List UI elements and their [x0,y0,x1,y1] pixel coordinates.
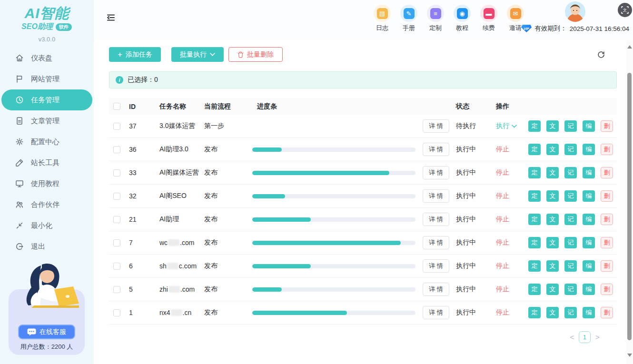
record-button[interactable]: 记 [564,214,577,225]
sidebar-item-gear[interactable]: 配置中心 [1,131,92,152]
detail-button[interactable]: 详 情 [423,283,449,296]
delete-button[interactable]: 删 [601,214,613,225]
row-action-link[interactable]: 停止 [496,238,523,247]
scrollbar-thumb[interactable] [627,73,632,340]
delete-button[interactable]: 删 [601,307,613,318]
delete-button[interactable]: 删 [601,144,613,155]
row-action-link[interactable]: 执行 [496,122,523,130]
next-page-icon[interactable]: > [595,333,600,342]
schedule-button[interactable]: 定 [528,120,541,132]
record-button[interactable]: 记 [564,284,577,295]
article-button[interactable]: 文 [546,307,559,318]
detail-button[interactable]: 详 情 [423,306,449,319]
article-button[interactable]: 文 [546,190,559,202]
row-checkbox[interactable] [113,263,120,270]
edit-button[interactable]: 编 [583,214,595,225]
avatar[interactable] [565,1,585,22]
page-number[interactable]: 1 [579,331,591,343]
batch-execute-button[interactable]: 批量执行 [171,47,224,62]
row-action-link[interactable]: 停止 [496,308,523,317]
edit-button[interactable]: 编 [583,260,595,272]
article-button[interactable]: 文 [546,167,559,178]
row-action-link[interactable]: 停止 [496,285,523,294]
article-button[interactable]: 文 [546,214,559,225]
row-checkbox[interactable] [113,286,120,293]
schedule-button[interactable]: 定 [528,260,541,272]
shortcut-manual[interactable]: ✎ 手册 [396,5,422,32]
row-action-link[interactable]: 停止 [496,145,523,154]
article-button[interactable]: 文 [546,120,559,132]
delete-button[interactable]: 删 [601,120,613,132]
record-button[interactable]: 记 [564,190,577,202]
detail-button[interactable]: 详 情 [423,213,449,226]
row-action-link[interactable]: 停止 [496,215,523,224]
scroll-down-arrow[interactable] [627,354,632,357]
row-action-link[interactable]: 停止 [496,168,523,177]
row-action-link[interactable]: 停止 [496,262,523,270]
sidebar-item-flag[interactable]: 网站管理 [1,69,92,89]
edit-button[interactable]: 编 [583,120,595,132]
schedule-button[interactable]: 定 [528,284,541,295]
delete-button[interactable]: 删 [601,167,613,178]
delete-button[interactable]: 删 [601,284,613,295]
edit-button[interactable]: 编 [583,284,595,295]
sidebar-item-people[interactable]: 合作伙伴 [1,194,92,215]
schedule-button[interactable]: 定 [528,307,541,318]
edit-button[interactable]: 编 [583,307,595,318]
sidebar-item-pen[interactable]: 站长工具 [1,152,92,173]
detail-button[interactable]: 详 情 [423,119,449,133]
shortcut-tutorial[interactable]: ◉ 教程 [449,5,475,32]
article-button[interactable]: 文 [546,260,559,272]
schedule-button[interactable]: 定 [528,190,541,202]
delete-button[interactable]: 删 [601,190,613,202]
record-button[interactable]: 记 [564,260,577,272]
prev-page-icon[interactable]: < [570,333,574,342]
detail-button[interactable]: 详 情 [423,189,449,203]
schedule-button[interactable]: 定 [528,167,541,178]
edit-button[interactable]: 编 [583,237,595,248]
row-checkbox[interactable] [113,169,120,177]
screen-capture-icon[interactable]: 文 [618,3,632,17]
delete-button[interactable]: 删 [601,260,613,272]
shortcut-log[interactable]: ▤ 日志 [369,5,396,32]
detail-button[interactable]: 详 情 [423,259,449,273]
vertical-scrollbar[interactable] [626,40,633,364]
record-button[interactable]: 记 [564,120,577,132]
row-checkbox[interactable] [113,146,120,153]
row-checkbox[interactable] [113,123,120,130]
refresh-icon[interactable] [597,50,605,59]
shortcut-custom[interactable]: ≡ 定制 [422,5,449,32]
online-service-button[interactable]: 在线客服 [18,325,75,339]
row-checkbox[interactable] [113,309,120,316]
row-checkbox[interactable] [113,239,120,246]
schedule-button[interactable]: 定 [528,144,541,155]
row-action-link[interactable]: 停止 [496,192,523,200]
sidebar-item-document[interactable]: 文章管理 [1,110,92,131]
select-all-checkbox[interactable] [113,103,120,110]
record-button[interactable]: 记 [564,167,577,178]
article-button[interactable]: 文 [546,144,559,155]
sidebar-item-logout[interactable]: 退出 [1,236,92,257]
record-button[interactable]: 记 [564,307,577,318]
schedule-button[interactable]: 定 [528,214,541,225]
sidebar-item-home[interactable]: 仪表盘 [1,48,92,69]
row-checkbox[interactable] [113,216,120,223]
edit-button[interactable]: 编 [583,190,595,202]
add-task-button[interactable]: + 添加任务 [109,47,161,62]
row-checkbox[interactable] [113,193,120,200]
article-button[interactable]: 文 [546,284,559,295]
delete-button[interactable]: 删 [601,237,613,248]
batch-delete-button[interactable]: 批量删除 [228,47,283,62]
sidebar-item-clock[interactable]: 任务管理 [1,89,92,110]
menu-collapse-icon[interactable] [106,12,116,23]
article-button[interactable]: 文 [546,237,559,248]
scroll-up-arrow[interactable] [627,45,632,49]
edit-button[interactable]: 编 [583,144,595,155]
detail-button[interactable]: 详 情 [423,236,449,249]
edit-button[interactable]: 编 [583,167,595,178]
detail-button[interactable]: 详 情 [423,166,449,179]
sidebar-item-monitor[interactable]: 使用教程 [1,173,92,194]
schedule-button[interactable]: 定 [528,237,541,248]
detail-button[interactable]: 详 情 [423,143,449,156]
record-button[interactable]: 记 [564,144,577,155]
